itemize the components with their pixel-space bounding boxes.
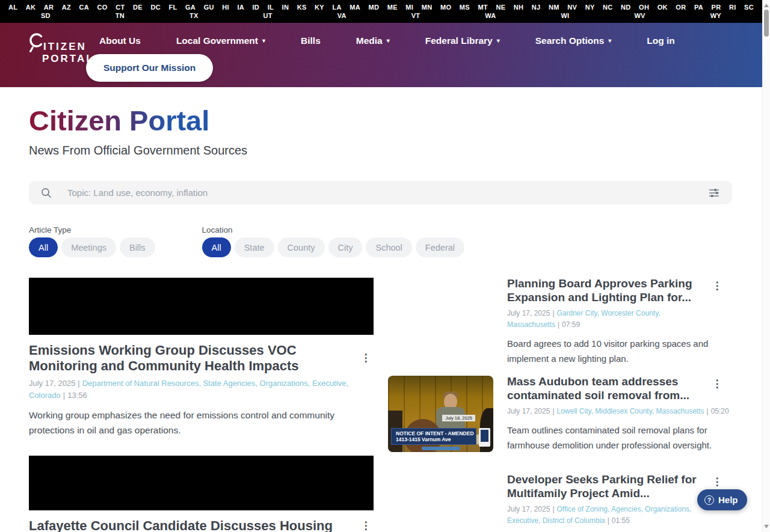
nav-federal-library[interactable]: Federal Library▾ bbox=[425, 35, 500, 46]
article-title[interactable]: Developer Seeks Parking Relief for Multi… bbox=[507, 472, 721, 500]
state-link-oh[interactable]: OH bbox=[639, 4, 649, 11]
state-link-ms[interactable]: MS bbox=[460, 4, 470, 11]
kebab-menu-icon[interactable]: ⋮ bbox=[709, 280, 725, 292]
broadcaster-logo bbox=[479, 428, 490, 447]
state-link-ks[interactable]: KS bbox=[297, 4, 307, 11]
citizen-portal-logo[interactable]: ITIZEN PORTAL bbox=[28, 32, 94, 64]
state-link-mn[interactable]: MN bbox=[422, 4, 433, 11]
state-link-sd[interactable]: SD bbox=[41, 12, 51, 20]
article-type-group: Article Type AllMeetingsBills bbox=[29, 225, 155, 257]
filter-pill-all[interactable]: All bbox=[202, 237, 231, 257]
state-link-mo[interactable]: MO bbox=[440, 4, 451, 11]
state-link-la[interactable]: LA bbox=[332, 4, 341, 11]
scrollbar[interactable] bbox=[762, 0, 770, 532]
support-our-mission-button[interactable]: Support Our Mission bbox=[86, 54, 213, 82]
video-player[interactable] bbox=[29, 278, 374, 335]
kebab-menu-icon[interactable]: ⋮ bbox=[709, 476, 725, 488]
state-link-nd[interactable]: ND bbox=[621, 4, 631, 11]
state-link-fl[interactable]: FL bbox=[168, 4, 177, 11]
state-link-ne[interactable]: NE bbox=[496, 4, 505, 11]
meta-separator: | bbox=[558, 320, 559, 329]
kebab-menu-icon[interactable]: ⋮ bbox=[358, 343, 374, 374]
state-link-ok[interactable]: OK bbox=[658, 4, 668, 11]
scrollbar-thumb[interactable] bbox=[764, 10, 769, 37]
state-link-wv[interactable]: WV bbox=[634, 12, 645, 20]
state-link-wi[interactable]: WI bbox=[561, 12, 569, 20]
filter-pill-all[interactable]: All bbox=[29, 237, 58, 257]
state-link-ut[interactable]: UT bbox=[263, 12, 272, 20]
state-link-co[interactable]: CO bbox=[97, 4, 108, 11]
state-link-tn[interactable]: TN bbox=[116, 12, 125, 20]
nav-media[interactable]: Media▾ bbox=[356, 35, 390, 46]
state-link-nm[interactable]: NM bbox=[549, 4, 559, 11]
nav-search-options[interactable]: Search Options▾ bbox=[535, 35, 612, 46]
state-link-nj[interactable]: NJ bbox=[532, 4, 541, 11]
state-link-nc[interactable]: NC bbox=[603, 4, 613, 11]
state-link-ct[interactable]: CT bbox=[116, 4, 125, 11]
state-link-nh[interactable]: NH bbox=[514, 4, 524, 11]
article-title[interactable]: Planning Board Approves Parking Expansio… bbox=[507, 277, 721, 304]
state-link-ak[interactable]: AK bbox=[26, 4, 36, 11]
search-bar bbox=[29, 181, 732, 204]
scrollbar-up-arrow-icon[interactable] bbox=[764, 4, 769, 7]
state-link-in[interactable]: IN bbox=[282, 4, 289, 11]
article-title[interactable]: Lafayette Council Candidate Discusses Ho… bbox=[29, 518, 358, 532]
article-meta: July 17, 2025|Gardner City, Worcester Co… bbox=[507, 308, 721, 331]
state-link-az[interactable]: AZ bbox=[62, 4, 71, 11]
state-link-pa[interactable]: PA bbox=[694, 4, 703, 11]
state-link-sc[interactable]: SC bbox=[744, 4, 754, 11]
state-link-wa[interactable]: WA bbox=[485, 12, 496, 20]
state-link-dc[interactable]: DC bbox=[150, 4, 161, 11]
article-card: July 18, 2025 NOTICE OF INTENT - AMENDED… bbox=[388, 376, 732, 474]
state-link-ky[interactable]: KY bbox=[315, 4, 324, 11]
article-title[interactable]: Emissions Working Group Discusses VOC Mo… bbox=[29, 343, 358, 374]
state-link-gu[interactable]: GU bbox=[204, 4, 214, 11]
nav-about-us[interactable]: About Us bbox=[99, 35, 141, 46]
kebab-menu-icon[interactable]: ⋮ bbox=[358, 518, 374, 532]
state-link-tx[interactable]: TX bbox=[189, 12, 199, 20]
state-link-ma[interactable]: MA bbox=[350, 4, 360, 11]
state-link-or[interactable]: OR bbox=[676, 4, 686, 11]
state-link-ga[interactable]: GA bbox=[185, 4, 196, 11]
article-tags[interactable]: Lowell City, Middlesex County, Massachus… bbox=[557, 407, 704, 415]
state-link-mt[interactable]: MT bbox=[478, 4, 487, 11]
state-link-hi[interactable]: HI bbox=[222, 4, 229, 11]
scrollbar-down-arrow-icon[interactable] bbox=[764, 525, 769, 528]
nav-local-government[interactable]: Local Government▾ bbox=[176, 35, 265, 46]
state-link-de[interactable]: DE bbox=[133, 4, 143, 11]
state-link-vt[interactable]: VT bbox=[411, 12, 420, 20]
state-link-ri[interactable]: RI bbox=[729, 4, 736, 11]
state-link-al[interactable]: AL bbox=[8, 4, 17, 11]
nav-bills[interactable]: Bills bbox=[301, 35, 321, 46]
filter-pill-federal[interactable]: Federal bbox=[416, 237, 464, 257]
state-link-wy[interactable]: WY bbox=[710, 12, 721, 20]
kebab-menu-icon[interactable]: ⋮ bbox=[709, 378, 725, 390]
state-link-ia[interactable]: IA bbox=[237, 4, 244, 11]
state-link-ny[interactable]: NY bbox=[585, 4, 595, 11]
state-link-me[interactable]: ME bbox=[387, 4, 398, 11]
filter-pill-meetings[interactable]: Meetings bbox=[61, 237, 116, 257]
filter-pill-city[interactable]: City bbox=[328, 237, 363, 257]
article-title[interactable]: Mass Audubon team addresses contaminated… bbox=[507, 375, 729, 402]
article-thumbnail[interactable]: July 18, 2025 NOTICE OF INTENT - AMENDED… bbox=[388, 376, 493, 452]
search-icon[interactable] bbox=[41, 188, 52, 198]
state-link-pr[interactable]: PR bbox=[712, 4, 721, 11]
states-row-1: ALAKARAZCACOCTDEDCFLGAGUHIIAIDILINKSKYLA… bbox=[8, 4, 754, 11]
filter-pill-county[interactable]: County bbox=[278, 237, 325, 257]
state-link-ca[interactable]: CA bbox=[79, 4, 90, 11]
nav-log-in[interactable]: Log in bbox=[647, 35, 675, 46]
video-player[interactable] bbox=[29, 456, 374, 510]
state-link-ar[interactable]: AR bbox=[44, 4, 54, 11]
state-link-md[interactable]: MD bbox=[368, 4, 379, 11]
state-link-mi[interactable]: MI bbox=[405, 4, 413, 11]
filter-pill-bills[interactable]: Bills bbox=[120, 237, 155, 257]
help-button[interactable]: ? Help bbox=[697, 489, 747, 510]
filter-pill-school[interactable]: School bbox=[366, 237, 411, 257]
filter-pill-state[interactable]: State bbox=[235, 237, 274, 257]
state-link-il[interactable]: IL bbox=[268, 4, 274, 11]
state-link-id[interactable]: ID bbox=[253, 4, 260, 11]
state-link-nv[interactable]: NV bbox=[567, 4, 577, 11]
state-link-va[interactable]: VA bbox=[337, 12, 346, 20]
filter-sliders-icon[interactable] bbox=[708, 188, 720, 198]
search-input[interactable] bbox=[67, 188, 701, 198]
